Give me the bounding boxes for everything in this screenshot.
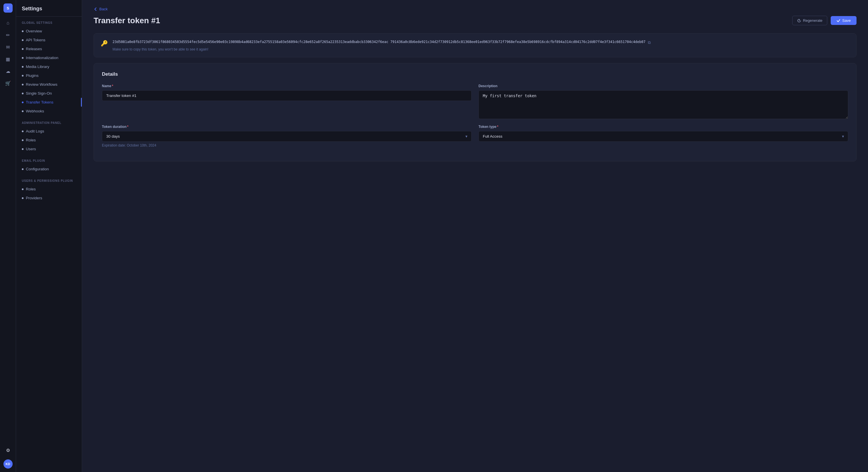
token-text-area: 23d5081a0e8fb3723df3061f868034503d5554fe… bbox=[113, 39, 849, 51]
sidebar-item-users[interactable]: Users bbox=[16, 144, 82, 154]
regenerate-icon bbox=[797, 19, 801, 23]
token-duration-label: Token duration* bbox=[102, 125, 472, 129]
key-icon: 🔑 bbox=[101, 40, 108, 47]
token-type-label: Token type* bbox=[478, 125, 848, 129]
email-plugin-label: EMAIL PLUGIN bbox=[16, 159, 82, 165]
dot-icon bbox=[22, 189, 24, 190]
regenerate-button[interactable]: Regenerate bbox=[792, 16, 827, 25]
sidebar-item-media-library[interactable]: Media Library bbox=[16, 62, 82, 71]
save-icon bbox=[836, 19, 840, 23]
settings-nav-icon[interactable]: ⚙ bbox=[3, 445, 13, 456]
copy-icon[interactable]: ⧉ bbox=[648, 40, 651, 45]
save-button[interactable]: Save bbox=[831, 16, 857, 25]
sidebar-item-audit-logs[interactable]: Audit Logs bbox=[16, 127, 82, 136]
expiry-hint: Expiration date: October 10th, 2024 bbox=[102, 143, 472, 147]
home-icon[interactable]: ⌂ bbox=[3, 18, 13, 28]
dot-icon bbox=[22, 102, 24, 103]
permissions-plugin-section: USERS & PERMISSIONS PLUGIN Roles Provide… bbox=[16, 179, 82, 202]
sidebar-item-transfer-tokens[interactable]: Transfer Tokens bbox=[16, 98, 82, 107]
sidebar-title: Settings bbox=[16, 6, 82, 16]
dot-icon bbox=[22, 66, 24, 68]
details-card: Details Name* Description My first trans… bbox=[94, 63, 857, 162]
dot-icon bbox=[22, 131, 24, 132]
token-type-select-wrapper: Full Access Read-only Custom ▼ bbox=[478, 131, 848, 142]
cloud-icon[interactable]: ☁ bbox=[3, 66, 13, 76]
back-arrow-icon bbox=[94, 7, 98, 11]
global-settings-label: GLOBAL SETTINGS bbox=[16, 21, 82, 27]
name-label: Name* bbox=[102, 84, 472, 88]
sidebar-item-review-workflows[interactable]: Review Workflows bbox=[16, 80, 82, 89]
details-title: Details bbox=[102, 71, 848, 77]
dot-icon bbox=[22, 30, 24, 32]
icon-sidebar: S ⌂ ✏ ✉ ▦ ☁ 🛒 ⚙ KD bbox=[0, 0, 16, 472]
main-content: Back Transfer token #1 Regenerate Save bbox=[82, 0, 868, 472]
token-value: 23d5081a0e8fb3723df3061f868034503d5554fe… bbox=[113, 39, 646, 44]
token-duration-select[interactable]: 7 days 30 days 90 days Unlimited bbox=[102, 131, 472, 142]
form-group-name: Name* bbox=[102, 84, 472, 119]
dot-icon bbox=[22, 57, 24, 59]
dot-icon bbox=[22, 75, 24, 76]
token-display-card: 🔑 23d5081a0e8fb3723df3061f868034503d5554… bbox=[94, 33, 857, 57]
sidebar-item-permissions-roles[interactable]: Roles bbox=[16, 185, 82, 194]
token-duration-select-wrapper: 7 days 30 days 90 days Unlimited ▼ bbox=[102, 131, 472, 142]
mail-icon[interactable]: ✉ bbox=[3, 42, 13, 52]
dot-icon bbox=[22, 48, 24, 50]
token-type-select[interactable]: Full Access Read-only Custom bbox=[478, 131, 848, 142]
dot-icon bbox=[22, 139, 24, 141]
sidebar-item-releases[interactable]: Releases bbox=[16, 44, 82, 53]
dot-icon bbox=[22, 110, 24, 112]
sidebar-item-webhooks[interactable]: Webhooks bbox=[16, 107, 82, 115]
app-logo[interactable]: S bbox=[3, 3, 12, 12]
permissions-plugin-label: USERS & PERMISSIONS PLUGIN bbox=[16, 179, 82, 185]
admin-panel-label: ADMINISTRATION PANEL bbox=[16, 121, 82, 127]
sidebar-item-api-tokens[interactable]: API Tokens bbox=[16, 36, 82, 44]
header-actions: Regenerate Save bbox=[792, 16, 857, 25]
global-settings-section: GLOBAL SETTINGS Overview API Tokens Rele… bbox=[16, 21, 82, 115]
sidebar-item-providers[interactable]: Providers bbox=[16, 194, 82, 202]
sidebar-item-roles[interactable]: Roles bbox=[16, 136, 82, 144]
dot-icon bbox=[22, 148, 24, 150]
user-avatar[interactable]: KD bbox=[3, 460, 12, 469]
dot-icon bbox=[22, 197, 24, 199]
form-group-description: Description My first transfer token bbox=[478, 84, 848, 119]
page-header: Transfer token #1 Regenerate Save bbox=[94, 16, 857, 25]
back-button[interactable]: Back bbox=[94, 7, 857, 11]
admin-panel-section: ADMINISTRATION PANEL Audit Logs Roles Us… bbox=[16, 121, 82, 154]
form-row-name-desc: Name* Description My first transfer toke… bbox=[102, 84, 848, 119]
sidebar-item-plugins[interactable]: Plugins bbox=[16, 71, 82, 80]
sidebar-item-overview[interactable]: Overview bbox=[16, 27, 82, 36]
pen-icon[interactable]: ✏ bbox=[3, 30, 13, 40]
form-row-token-settings: Token duration* 7 days 30 days 90 days U… bbox=[102, 125, 848, 147]
email-plugin-section: EMAIL PLUGIN Configuration bbox=[16, 159, 82, 173]
nav-sidebar: Settings GLOBAL SETTINGS Overview API To… bbox=[16, 0, 82, 472]
form-group-token-duration: Token duration* 7 days 30 days 90 days U… bbox=[102, 125, 472, 147]
sidebar-item-internationalization[interactable]: Internationalization bbox=[16, 53, 82, 62]
sidebar-item-configuration[interactable]: Configuration bbox=[16, 165, 82, 173]
dot-icon bbox=[22, 93, 24, 94]
dot-icon bbox=[22, 84, 24, 86]
page-title: Transfer token #1 bbox=[94, 16, 160, 25]
token-string-row: 23d5081a0e8fb3723df3061f868034503d5554fe… bbox=[113, 39, 849, 45]
grid-icon[interactable]: ▦ bbox=[3, 54, 13, 64]
description-input[interactable]: My first transfer token bbox=[478, 90, 848, 119]
token-warning: Make sure to copy this token, you won't … bbox=[113, 47, 849, 51]
name-input[interactable] bbox=[102, 90, 472, 101]
sidebar-item-single-sign-on[interactable]: Single Sign-On bbox=[16, 89, 82, 98]
dot-icon bbox=[22, 39, 24, 41]
description-label: Description bbox=[478, 84, 848, 88]
cart-icon[interactable]: 🛒 bbox=[3, 78, 13, 88]
form-group-token-type: Token type* Full Access Read-only Custom… bbox=[478, 125, 848, 147]
dot-icon bbox=[22, 168, 24, 170]
